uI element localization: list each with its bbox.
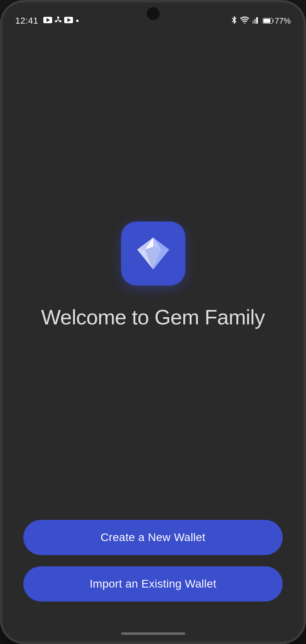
phone-screen: 12:41 <box>2 2 304 642</box>
status-left: 12:41 <box>15 16 79 26</box>
welcome-title: Welcome to Gem Family <box>41 305 265 330</box>
home-bar <box>121 632 185 635</box>
signal-icon <box>252 16 259 26</box>
app-logo <box>121 221 185 286</box>
fan-icon <box>55 16 62 25</box>
home-indicator <box>2 626 304 642</box>
battery-percent: 77% <box>275 16 291 26</box>
power-button <box>304 195 306 227</box>
create-wallet-button[interactable]: Create a New Wallet <box>23 520 283 555</box>
phone-frame: 12:41 <box>0 0 306 644</box>
dot-icon <box>76 20 79 22</box>
svg-rect-13 <box>263 19 270 23</box>
status-right: 77% <box>231 16 291 26</box>
youtube-icon <box>43 17 52 25</box>
bottom-buttons: Create a New Wallet Import an Existing W… <box>2 520 304 626</box>
main-content: Welcome to Gem Family <box>2 31 304 520</box>
bluetooth-icon <box>231 16 237 26</box>
svg-rect-11 <box>256 17 258 24</box>
svg-point-8 <box>244 22 245 24</box>
import-wallet-button[interactable]: Import an Existing Wallet <box>23 566 283 602</box>
svg-point-4 <box>59 20 62 22</box>
battery-icon: 77% <box>263 16 291 26</box>
svg-point-3 <box>57 16 59 19</box>
status-time: 12:41 <box>15 16 39 26</box>
svg-point-2 <box>57 19 59 21</box>
wifi-icon <box>240 16 249 26</box>
camera-notch <box>147 7 160 20</box>
youtube2-icon <box>64 17 73 25</box>
svg-point-5 <box>55 20 58 22</box>
svg-rect-10 <box>254 19 256 24</box>
diamond-icon <box>133 235 173 272</box>
svg-rect-9 <box>252 20 254 24</box>
